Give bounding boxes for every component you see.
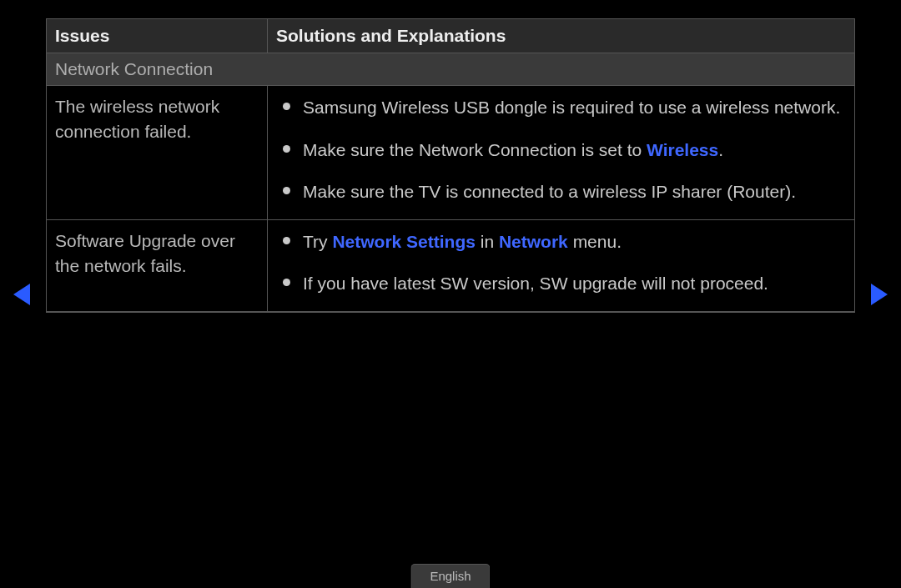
language-button[interactable]: English bbox=[410, 564, 490, 588]
category-row: Network Connection bbox=[47, 53, 854, 86]
solution-cell: Samsung Wireless USB dongle is required … bbox=[268, 86, 854, 219]
list-item: If you have latest SW version, SW upgrad… bbox=[268, 270, 843, 303]
highlight-text: Network bbox=[499, 232, 568, 251]
highlight-text: Network Settings bbox=[332, 232, 476, 251]
troubleshoot-table: Issues Solutions and Explanations Networ… bbox=[46, 18, 855, 313]
header-solutions: Solutions and Explanations bbox=[268, 19, 854, 53]
list-item: Make sure the Network Connection is set … bbox=[268, 137, 843, 179]
header-issues: Issues bbox=[47, 19, 268, 53]
table-header-row: Issues Solutions and Explanations bbox=[47, 19, 854, 53]
issue-cell: Software Upgrade over the network fails. bbox=[47, 220, 268, 311]
highlight-text: Wireless bbox=[647, 140, 718, 159]
solution-cell: Try Network Settings in Network menu. If… bbox=[268, 220, 854, 311]
list-item: Try Network Settings in Network menu. bbox=[268, 229, 843, 271]
table-row: The wireless network connection failed. … bbox=[47, 86, 854, 220]
table-row: Software Upgrade over the network fails.… bbox=[47, 220, 854, 312]
list-item: Samsung Wireless USB dongle is required … bbox=[268, 94, 843, 137]
next-page-arrow[interactable] bbox=[871, 284, 888, 305]
issue-cell: The wireless network connection failed. bbox=[47, 86, 268, 219]
prev-page-arrow[interactable] bbox=[13, 284, 30, 305]
list-item: Make sure the TV is connected to a wirel… bbox=[268, 178, 843, 211]
